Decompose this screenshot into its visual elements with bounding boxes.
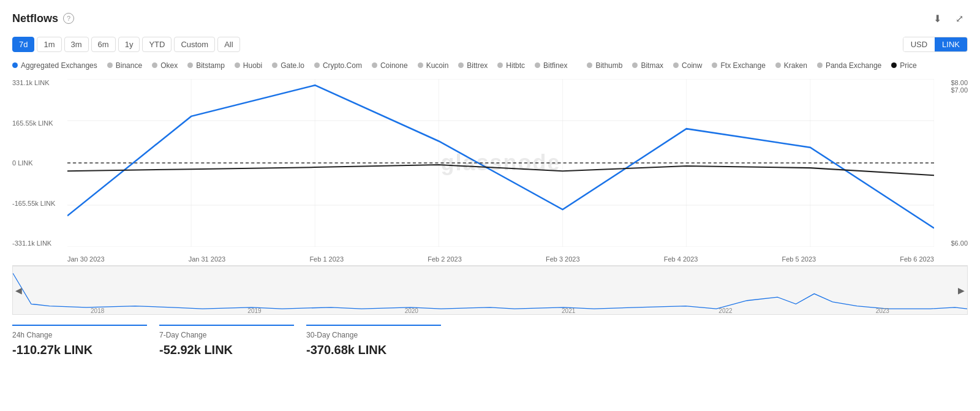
stat-30d-label: 30-Day Change — [306, 331, 441, 339]
header: Netflows ? ⬇ ⤢ — [12, 10, 968, 27]
legend-dot-okex — [152, 62, 157, 68]
legend-label-okex: Okex — [160, 61, 178, 70]
legend-item-bitstamp[interactable]: Bitstamp — [187, 61, 225, 70]
legend-item-binance[interactable]: Binance — [107, 61, 142, 70]
legend-item-bittrex[interactable]: Bittrex — [458, 61, 488, 70]
legend-label-coinone: Coinone — [380, 61, 408, 70]
time-btn-ytd[interactable]: YTD — [142, 37, 172, 52]
legend-item-coinone[interactable]: Coinone — [372, 61, 408, 70]
download-icon[interactable]: ⬇ — [929, 10, 946, 27]
legend-dot-binance — [107, 62, 113, 68]
legend-label-gatelo: Gate.lo — [281, 61, 304, 70]
currency-toggle: USD LINK — [903, 37, 968, 52]
legend-label-bittrex: Bittrex — [467, 61, 488, 70]
x-label-feb5: Feb 5 2023 — [782, 255, 816, 263]
stat-7d-value: -52.92k LINK — [159, 343, 294, 357]
time-btn-1y[interactable]: 1y — [118, 37, 140, 52]
legend-dot-bitstamp — [187, 62, 193, 68]
legend-label-bithumb: Bithumb — [595, 61, 622, 70]
page: Netflows ? ⬇ ⤢ 7d 1m 3m 6m 1y YTD Custom… — [0, 0, 980, 411]
legend-dot-bithumb — [587, 62, 592, 68]
chart-lines — [67, 79, 934, 247]
x-label-feb3: Feb 3 2023 — [546, 255, 580, 263]
mini-year-2021: 2021 — [562, 307, 575, 314]
legend-label-bitstamp: Bitstamp — [196, 61, 225, 70]
legend-label-kucoin: Kucoin — [426, 61, 449, 70]
legend-dot-kucoin — [418, 62, 423, 68]
mini-year-2018: 2018 — [91, 307, 104, 314]
legend: Aggregated Exchanges Binance Okex Bitsta… — [12, 61, 968, 70]
legend-dot-price — [891, 62, 897, 68]
time-btn-3m[interactable]: 3m — [64, 37, 89, 52]
legend-item-okex[interactable]: Okex — [152, 61, 178, 70]
y-label-lower: -165.55k LINK — [12, 200, 67, 207]
mini-year-2022: 2022 — [718, 307, 732, 314]
mini-chart[interactable]: 2018 2019 2020 2021 2022 2023 ◀ ▶ — [12, 266, 968, 315]
y-axis-left: 331.1k LINK 165.55k LINK 0 LINK -165.55k… — [12, 76, 67, 247]
legend-label-coinw: Coinw — [682, 61, 702, 70]
legend-dot-gatelo — [272, 62, 277, 68]
stat-24h-label: 24h Change — [12, 331, 147, 339]
time-buttons: 7d 1m 3m 6m 1y YTD Custom All — [12, 37, 240, 52]
time-btn-all[interactable]: All — [217, 37, 239, 52]
legend-label-panda: Panda Exchange — [826, 61, 881, 70]
legend-item-aggregated[interactable]: Aggregated Exchanges — [12, 61, 97, 70]
mini-year-2023: 2023 — [876, 307, 889, 314]
x-label-feb1: Feb 1 2023 — [309, 255, 344, 263]
y-right-mid: $7.00 — [934, 86, 968, 94]
time-controls: 7d 1m 3m 6m 1y YTD Custom All USD LINK — [12, 37, 968, 52]
legend-dot-coinone — [372, 62, 377, 68]
y-label-upper: 165.55k LINK — [12, 119, 67, 127]
currency-link[interactable]: LINK — [935, 37, 967, 51]
legend-item-panda[interactable]: Panda Exchange — [817, 61, 881, 70]
time-btn-1m[interactable]: 1m — [37, 37, 61, 52]
legend-dot-ftx — [712, 62, 717, 68]
legend-item-kraken[interactable]: Kraken — [775, 61, 807, 70]
x-label-jan30: Jan 30 2023 — [67, 255, 105, 263]
time-btn-6m[interactable]: 6m — [91, 37, 116, 52]
legend-item-bithumb[interactable]: Bithumb — [587, 61, 622, 70]
header-left: Netflows ? — [12, 12, 74, 25]
x-axis: Jan 30 2023 Jan 31 2023 Feb 1 2023 Feb 2… — [67, 247, 934, 265]
legend-item-price[interactable]: Price — [891, 61, 916, 70]
expand-icon[interactable]: ⤢ — [951, 10, 968, 27]
legend-item-ftx[interactable]: Ftx Exchange — [712, 61, 765, 70]
scroll-left-icon[interactable]: ◀ — [13, 283, 24, 298]
legend-dot-kraken — [775, 62, 781, 68]
legend-dot-aggregated — [12, 62, 18, 68]
y-axis-right: $8.00 $7.00 $6.00 — [934, 76, 968, 247]
y-right-bottom: $6.00 — [934, 239, 968, 247]
stat-7d: 7-Day Change -52.92k LINK — [159, 325, 294, 357]
y-right-top: $8.00 — [934, 79, 968, 86]
stats-bar: 24h Change -110.27k LINK 7-Day Change -5… — [12, 325, 968, 357]
legend-item-hitbtc[interactable]: Hitbtc — [497, 61, 525, 70]
legend-item-kucoin[interactable]: Kucoin — [418, 61, 449, 70]
legend-dot-bittrex — [458, 62, 464, 68]
time-btn-7d[interactable]: 7d — [12, 37, 34, 52]
legend-label-cryptocom: Crypto.Com — [323, 61, 362, 70]
y-label-top: 331.1k LINK — [12, 79, 67, 86]
currency-usd[interactable]: USD — [903, 37, 935, 51]
stat-30d-value: -370.68k LINK — [306, 343, 441, 357]
legend-label-price: Price — [900, 61, 916, 70]
legend-item-gatelo[interactable]: Gate.lo — [272, 61, 304, 70]
legend-item-huobi[interactable]: Huobi — [235, 61, 262, 70]
mini-year-2020: 2020 — [405, 307, 418, 314]
legend-item-coinw[interactable]: Coinw — [673, 61, 702, 70]
legend-label-bitfinex: Bitfinex — [543, 61, 567, 70]
legend-item-bitmax[interactable]: Bitmax — [632, 61, 663, 70]
legend-item-cryptocom[interactable]: Crypto.Com — [314, 61, 362, 70]
legend-label-ftx: Ftx Exchange — [720, 61, 765, 70]
legend-label-aggregated: Aggregated Exchanges — [21, 61, 97, 70]
main-chart: 331.1k LINK 165.55k LINK 0 LINK -165.55k… — [12, 76, 968, 266]
stat-24h: 24h Change -110.27k LINK — [12, 325, 147, 357]
legend-dot-cryptocom — [314, 62, 320, 68]
scroll-right-icon[interactable]: ▶ — [956, 283, 967, 298]
time-btn-custom[interactable]: Custom — [174, 37, 215, 52]
stat-30d: 30-Day Change -370.68k LINK — [306, 325, 441, 357]
mini-year-2019: 2019 — [247, 307, 261, 314]
legend-label-binance: Binance — [116, 61, 142, 70]
x-label-feb6: Feb 6 2023 — [900, 255, 934, 263]
legend-item-bitfinex[interactable]: Bitfinex — [535, 61, 567, 70]
help-icon[interactable]: ? — [63, 13, 74, 24]
